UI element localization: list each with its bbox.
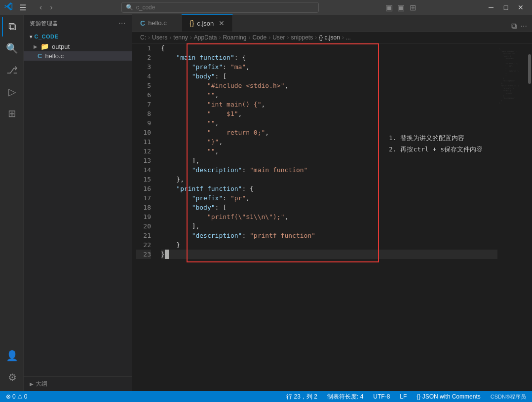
breadcrumb-c[interactable]: C:	[140, 34, 146, 41]
breadcrumb-users[interactable]: Users	[152, 34, 167, 41]
code-line-22: }	[161, 240, 497, 250]
code-line-23: }	[161, 250, 497, 259]
nav-back-button[interactable]: ‹	[37, 2, 45, 13]
sidebar-title: 资源管理器	[30, 20, 58, 27]
code-line-16: "printf function": {	[161, 184, 497, 193]
code-content[interactable]: 1. 替换为讲义的配置内容 2. 再按ctrl + s保存文件内容 { "mai…	[157, 43, 497, 391]
tree-section-label: C_CODE	[35, 34, 59, 39]
code-line-10: " return 0;",	[161, 128, 497, 137]
sidebar: 资源管理器 ··· ▾ C_CODE ▶ 📁 output C hello.c …	[24, 15, 132, 391]
activity-extensions[interactable]: ⊞	[2, 104, 22, 123]
code-line-1: {	[161, 43, 497, 53]
maximize-button[interactable]: □	[498, 0, 513, 15]
tab-size-indicator[interactable]: 制表符长度: 4	[325, 391, 365, 402]
run-icon: ▷	[8, 86, 16, 98]
activity-settings[interactable]: ⚙	[2, 367, 22, 387]
close-button[interactable]: ✕	[513, 0, 528, 15]
toggle-panel-icon[interactable]: ▣	[384, 2, 394, 12]
watermark: CSDN®程序员	[489, 391, 528, 402]
breadcrumb-roaming[interactable]: Roaming	[223, 34, 246, 41]
outline-section[interactable]: ▶ 大纲	[24, 376, 132, 391]
language-text: {} JSON with Comments	[417, 393, 480, 400]
tabs-right-actions: ⧉ ···	[510, 21, 532, 32]
code-line-13: ],	[161, 156, 497, 165]
nav-buttons: ‹ ›	[37, 2, 56, 13]
sidebar-header-menu[interactable]: ···	[118, 19, 126, 28]
encoding-text: UTF-8	[373, 393, 390, 400]
code-editor[interactable]: 1 2 3 4 5 6 7 8 9 10 11 12 13 14 15 16 1…	[132, 43, 532, 391]
vscode-icon	[4, 2, 13, 13]
line-ending-indicator[interactable]: LF	[398, 391, 409, 402]
activity-explorer[interactable]: ⧉	[2, 17, 22, 37]
breadcrumb-ellipsis[interactable]: ...	[346, 34, 351, 41]
tree-item-hello-c[interactable]: C hello.c	[24, 51, 132, 61]
breadcrumb-appdata[interactable]: AppData	[194, 34, 217, 41]
window-controls: ─ □ ✕	[484, 0, 528, 15]
tree-item-output[interactable]: ▶ 📁 output	[24, 41, 132, 51]
statusbar-left: ⊗ 0 ⚠ 0	[4, 391, 29, 402]
breadcrumb-cjson[interactable]: {} c.json	[319, 34, 340, 41]
tab-hello-c[interactable]: C hello.c	[132, 14, 182, 32]
scrollbar-thumb[interactable]	[528, 54, 531, 84]
error-icon: ⊗	[6, 393, 11, 400]
code-line-15: },	[161, 175, 497, 184]
tree-section-c-code[interactable]: ▾ C_CODE	[24, 32, 132, 41]
activity-account[interactable]: 👤	[2, 346, 22, 365]
account-icon: 👤	[6, 350, 18, 362]
activity-bar: ⧉ 🔍 ⎇ ▷ ⊞ 👤 ⚙	[0, 15, 24, 391]
code-line-5: "#include <stdio.h>",	[161, 81, 497, 90]
line-numbers: 1 2 3 4 5 6 7 8 9 10 11 12 13 14 15 16 1…	[132, 43, 157, 391]
errors-indicator[interactable]: ⊗ 0 ⚠ 0	[4, 391, 29, 402]
warning-count: 0	[24, 393, 28, 400]
code-line-2: "main function": {	[161, 53, 497, 62]
chevron-down-icon: ▾	[30, 34, 33, 39]
position-text: 行 23，列 2	[286, 393, 317, 401]
tab-c-json[interactable]: {} c.json ✕	[182, 14, 233, 32]
search-icon: 🔍	[126, 4, 133, 11]
minimap: { "main function": { "prefix": "ma", "bo…	[497, 43, 527, 391]
toggle-sidebar-icon[interactable]: ▣	[396, 2, 406, 12]
vertical-scrollbar[interactable]	[527, 43, 532, 391]
code-line-4: "body": [	[161, 72, 497, 81]
code-line-8: " $1",	[161, 109, 497, 118]
statusbar-right: 行 23，列 2 制表符长度: 4 UTF-8 LF {} JSON with …	[284, 391, 528, 402]
chevron-right-icon: ▶	[30, 381, 34, 387]
search-bar[interactable]: 🔍	[121, 2, 319, 13]
code-line-18: "body": [	[161, 203, 497, 212]
search-input[interactable]	[136, 4, 314, 11]
tab-size-text: 制表符长度: 4	[327, 393, 363, 401]
minimize-button[interactable]: ─	[484, 0, 498, 15]
titlebar: ☰ ‹ › 🔍 ▣ ▣ ⊞ ─ □ ✕	[0, 0, 532, 15]
git-icon: ⎇	[6, 64, 18, 76]
tab-close-button[interactable]: ✕	[219, 19, 225, 27]
output-label: output	[52, 43, 70, 50]
activity-search[interactable]: 🔍	[2, 38, 22, 58]
split-editor-icon[interactable]: ⧉	[510, 21, 518, 32]
file-tree: ▾ C_CODE ▶ 📁 output C hello.c	[24, 32, 132, 376]
tabs-bar: C hello.c {} c.json ✕ ⧉ ···	[132, 15, 532, 32]
more-actions-icon[interactable]: ···	[520, 21, 528, 32]
sidebar-header: 资源管理器 ···	[24, 15, 132, 32]
line-ending-text: LF	[400, 393, 407, 400]
breadcrumb-code[interactable]: Code	[252, 34, 266, 41]
tab-hello-c-label: hello.c	[148, 19, 167, 27]
breadcrumb-user[interactable]: User	[272, 34, 285, 41]
menu-button[interactable]: ☰	[17, 1, 29, 13]
breadcrumb-snippets[interactable]: snippets	[291, 34, 313, 41]
c-file-icon: C	[38, 52, 42, 60]
activity-run[interactable]: ▷	[2, 82, 22, 102]
code-line-6: "",	[161, 90, 497, 100]
cursor-position[interactable]: 行 23，列 2	[284, 391, 319, 402]
layout-options-icon[interactable]: ⊞	[408, 2, 418, 12]
encoding-indicator[interactable]: UTF-8	[371, 391, 392, 402]
main-layout: ⧉ 🔍 ⎇ ▷ ⊞ 👤 ⚙ 资源管理器 ···	[0, 15, 532, 391]
search-icon: 🔍	[6, 42, 18, 54]
activity-source-control[interactable]: ⎇	[2, 60, 22, 80]
nav-forward-button[interactable]: ›	[47, 2, 55, 13]
breadcrumb-tenny[interactable]: tenny	[173, 34, 188, 41]
code-line-20: ],	[161, 221, 497, 231]
warning-icon: ⚠	[17, 393, 23, 400]
language-indicator[interactable]: {} JSON with Comments	[415, 391, 482, 402]
code-line-14: "description": "main function"	[161, 165, 497, 175]
code-line-9: "",	[161, 118, 497, 128]
